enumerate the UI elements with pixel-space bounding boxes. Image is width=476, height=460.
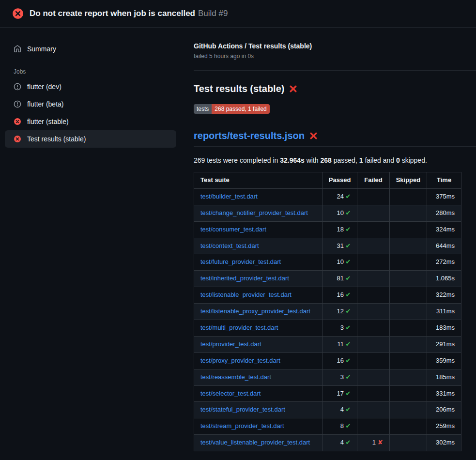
tests-badge: tests 268 passed, 1 failed: [194, 104, 270, 114]
failed-cell: [357, 402, 389, 418]
failed-cell: [357, 254, 389, 271]
passed-cell: 24 ✔: [322, 188, 357, 205]
sidebar-job-label: flutter (beta): [27, 100, 63, 108]
test-suite-link[interactable]: test/reassemble_test.dart: [200, 373, 271, 381]
table-row: test/stream_provider_test.dart8 ✔259ms: [194, 418, 461, 435]
check-icon: ✔: [346, 307, 351, 315]
summary-duration: 32.964s: [280, 156, 305, 164]
table-row: test/builder_test.dart24 ✔375ms: [194, 188, 461, 205]
failed-cell: [357, 221, 389, 238]
failed-cell: [357, 320, 389, 337]
skipped-cell: [389, 254, 427, 271]
test-suite-link[interactable]: test/value_listenable_provider_test.dart: [200, 439, 310, 446]
check-icon: ✔: [346, 373, 351, 381]
skipped-cell: [389, 320, 427, 337]
passed-cell: 10 ✔: [322, 205, 357, 221]
badge-value: 268 passed, 1 failed: [212, 104, 269, 114]
neutral-status-icon: [14, 100, 21, 108]
skipped-cell: [389, 369, 427, 385]
test-suite-link[interactable]: test/listenable_provider_test.dart: [200, 291, 292, 298]
sidebar-job-label: flutter (dev): [27, 83, 61, 91]
divider: [194, 70, 476, 71]
passed-count: 10: [337, 258, 343, 265]
skipped-cell: [389, 205, 427, 221]
passed-cell: 12 ✔: [322, 304, 357, 320]
check-icon: ✔: [346, 226, 351, 233]
check-icon: ✔: [346, 291, 351, 298]
time-cell: 272ms: [427, 254, 461, 271]
badge-label: tests: [194, 104, 212, 114]
test-suite-link[interactable]: test/inherited_provider_test.dart: [200, 275, 289, 282]
summary-skipped-count: 0: [396, 156, 400, 164]
sidebar-item-flutter-beta[interactable]: flutter (beta): [5, 95, 176, 113]
skipped-cell: [389, 402, 427, 418]
table-row: test/proxy_provider_test.dart16 ✔359ms: [194, 353, 461, 369]
check-icon: ✔: [346, 242, 351, 249]
column-header-time: Time: [427, 172, 461, 189]
test-suite-link[interactable]: test/consumer_test.dart: [200, 226, 266, 233]
sidebar-item-flutter-stable[interactable]: flutter (stable): [5, 113, 176, 130]
test-suite-link[interactable]: test/future_provider_test.dart: [200, 258, 281, 265]
report-file-link[interactable]: reports/test-results.json: [194, 130, 305, 141]
time-cell: 324ms: [427, 221, 461, 238]
time-cell: 322ms: [427, 287, 461, 304]
breadcrumb: GitHub Actions / Test results (stable): [194, 42, 476, 50]
skipped-cell: [389, 418, 427, 435]
test-suite-link[interactable]: test/context_test.dart: [200, 242, 259, 249]
passed-cell: 81 ✔: [322, 271, 357, 287]
passed-count: 11: [337, 340, 344, 348]
run-meta: failed 5 hours ago in 0s: [194, 53, 476, 60]
check-icon: ✔: [346, 439, 351, 446]
time-cell: 291ms: [427, 336, 461, 353]
sidebar-item-flutter-dev[interactable]: flutter (dev): [5, 78, 176, 95]
failed-cell: [357, 188, 389, 205]
summary-line: 269 tests were completed in 32.964s with…: [194, 156, 476, 164]
sidebar-item-test-results-stable[interactable]: Test results (stable): [5, 130, 176, 148]
build-number: Build #9: [198, 9, 228, 18]
passed-count: 12: [337, 307, 343, 315]
check-icon: ✔: [346, 275, 351, 282]
check-icon: ✔: [346, 422, 351, 429]
test-suite-link[interactable]: test/multi_provider_test.dart: [200, 324, 278, 331]
table-row: test/provider_test.dart11 ✔291ms: [194, 336, 461, 353]
test-suite-link[interactable]: test/builder_test.dart: [200, 193, 258, 200]
test-suite-link[interactable]: test/change_notifier_provider_test.dart: [200, 209, 308, 216]
red-x-icon: [309, 132, 318, 140]
skipped-cell: [389, 336, 427, 353]
time-cell: 359ms: [427, 353, 461, 369]
passed-cell: 4 ✔: [322, 402, 357, 418]
sidebar-job-label: flutter (stable): [27, 118, 69, 125]
sidebar-item-summary[interactable]: Summary: [5, 40, 176, 58]
passed-count: 10: [337, 209, 343, 216]
time-cell: 183ms: [427, 320, 461, 337]
skipped-cell: [389, 435, 427, 451]
skipped-cell: [389, 221, 427, 238]
skipped-cell: [389, 353, 427, 369]
test-suite-link[interactable]: test/stateful_provider_test.dart: [200, 406, 285, 413]
table-row: test/future_provider_test.dart10 ✔272ms: [194, 254, 461, 271]
sidebar: Summary Jobs flutter (dev) flut: [0, 28, 181, 148]
test-suite-link[interactable]: test/selector_test.dart: [200, 390, 261, 397]
test-suite-link[interactable]: test/provider_test.dart: [200, 340, 261, 348]
jobs-heading: Jobs: [5, 68, 176, 75]
summary-text: skipped.: [400, 156, 427, 164]
red-x-icon: [289, 85, 297, 93]
time-cell: 280ms: [427, 205, 461, 221]
table-header-row: Test suite Passed Failed Skipped Time: [194, 172, 461, 189]
check-icon: ✔: [346, 340, 351, 348]
time-cell: 331ms: [427, 385, 461, 402]
failed-cell: [357, 238, 389, 254]
test-suite-link[interactable]: test/proxy_provider_test.dart: [200, 357, 280, 364]
passed-count: 4: [340, 439, 344, 446]
sidebar-job-label: Test results (stable): [27, 135, 86, 143]
passed-cell: 18 ✔: [322, 221, 357, 238]
skipped-cell: [389, 304, 427, 320]
test-suite-link[interactable]: test/stream_provider_test.dart: [200, 422, 284, 429]
table-row: test/context_test.dart31 ✔644ms: [194, 238, 461, 254]
table-row: test/stateful_provider_test.dart4 ✔206ms: [194, 402, 461, 418]
passed-cell: 11 ✔: [322, 336, 357, 353]
skipped-cell: [389, 271, 427, 287]
passed-count: 18: [337, 226, 343, 233]
failed-cell: [357, 336, 389, 353]
test-suite-link[interactable]: test/listenable_proxy_provider_test.dart: [200, 307, 310, 315]
